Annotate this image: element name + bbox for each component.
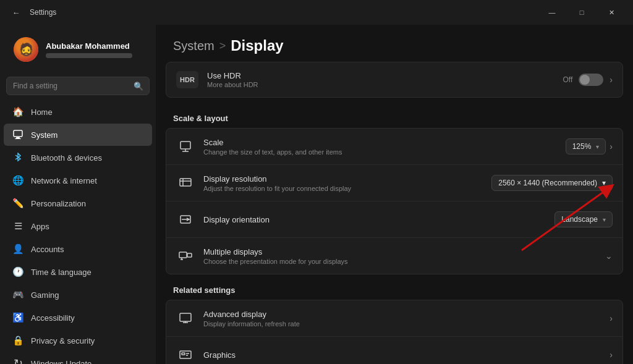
- multiple-displays-label: Multiple displays: [203, 247, 597, 256]
- advanced-display-text: Advanced display Display information, re…: [203, 310, 601, 328]
- gaming-icon: 🎮: [12, 289, 23, 300]
- user-profile[interactable]: 🧔 Abubakar Mohammed: [5, 27, 151, 72]
- advanced-display-control: ›: [610, 313, 613, 323]
- sidebar-item-personalization[interactable]: ✏️ Personalization: [4, 192, 152, 214]
- graphics-row: Graphics ›: [166, 337, 622, 364]
- orientation-dropdown[interactable]: Landscape ▾: [554, 211, 613, 227]
- svg-rect-15: [180, 313, 191, 321]
- scale-dropdown[interactable]: 125% ▾: [566, 138, 606, 154]
- sidebar-item-privacy[interactable]: 🔒 Privacy & security: [4, 329, 152, 352]
- user-name: Abubakar Mohammed: [46, 41, 132, 51]
- scale-chevron-icon[interactable]: ›: [610, 142, 613, 151]
- sidebar-item-accessibility[interactable]: ♿ Accessibility: [4, 307, 152, 329]
- time-icon: 🕐: [12, 266, 23, 277]
- multiple-displays-expand-icon[interactable]: ⌄: [605, 251, 613, 261]
- content-inner: System > Display HDR Use HDR More about …: [156, 25, 633, 364]
- sidebar-item-label: Gaming: [31, 290, 59, 300]
- resolution-desc: Adjust the resolution to fit your connec…: [203, 185, 483, 192]
- scale-caret-icon: ▾: [596, 143, 599, 150]
- hdr-right: Off ›: [563, 74, 613, 86]
- svg-rect-19: [182, 353, 185, 355]
- user-subtitle: [46, 53, 132, 58]
- window-controls: — □ ✕: [538, 3, 626, 22]
- breadcrumb-parent[interactable]: System: [173, 39, 215, 53]
- advanced-display-row: Advanced display Display information, re…: [166, 300, 622, 337]
- sidebar-item-system[interactable]: System: [4, 124, 152, 146]
- scale-section-header: Scale & layout: [156, 108, 633, 128]
- orientation-caret-icon: ▾: [603, 216, 606, 223]
- sidebar-item-apps[interactable]: ☰ Apps: [4, 215, 152, 237]
- sidebar-item-network[interactable]: 🌐 Network & internet: [4, 169, 152, 192]
- scale-text: Scale Change the size of text, apps, and…: [203, 138, 557, 156]
- resolution-label: Display resolution: [203, 174, 483, 184]
- hdr-title: Use HDR: [207, 71, 554, 80]
- scale-value: 125%: [572, 142, 592, 151]
- close-button[interactable]: ✕: [597, 3, 626, 22]
- scale-desc: Change the size of text, apps, and other…: [203, 148, 557, 156]
- sidebar-item-label: Bluetooth & devices: [31, 153, 102, 163]
- resolution-caret-icon: ▾: [602, 179, 606, 187]
- sidebar-item-time[interactable]: 🕐 Time & language: [4, 261, 152, 283]
- minimize-button[interactable]: —: [538, 3, 566, 22]
- hdr-chevron-icon[interactable]: ›: [610, 75, 613, 85]
- resolution-row: Display resolution Adjust the resolution…: [166, 165, 622, 201]
- hdr-toggle-label: Off: [563, 75, 573, 84]
- sidebar-item-bluetooth[interactable]: Bluetooth & devices: [4, 146, 152, 169]
- resolution-value: 2560 × 1440 (Recommended): [498, 179, 597, 187]
- advanced-display-chevron-icon[interactable]: ›: [610, 313, 613, 323]
- scale-row: Scale Change the size of text, apps, and…: [166, 129, 622, 165]
- sidebar-item-gaming[interactable]: 🎮 Gaming: [4, 284, 152, 306]
- sidebar-item-update[interactable]: ↻ Windows Update: [4, 352, 152, 364]
- sidebar-item-label: Apps: [31, 222, 49, 231]
- advanced-display-label: Advanced display: [203, 310, 601, 319]
- personalization-icon: ✏️: [12, 198, 23, 209]
- resolution-icon: [176, 174, 195, 192]
- graphics-chevron-icon[interactable]: ›: [610, 350, 613, 360]
- app-title: Settings: [30, 8, 56, 17]
- title-bar-left: ← Settings: [7, 4, 538, 21]
- orientation-icon: [176, 210, 195, 229]
- scale-label: Scale: [203, 138, 557, 147]
- svg-rect-2: [15, 138, 21, 139]
- system-icon: [12, 129, 23, 140]
- advanced-display-desc: Display information, refresh rate: [203, 320, 601, 328]
- app-layout: 🧔 Abubakar Mohammed 🔍 🏠 Home: [0, 25, 633, 364]
- graphics-control: ›: [610, 350, 613, 360]
- graphics-label: Graphics: [203, 350, 601, 360]
- hdr-subtitle: More about HDR: [207, 81, 554, 88]
- advanced-display-icon: [176, 309, 195, 328]
- breadcrumb: System > Display: [156, 25, 633, 62]
- orientation-label: Display orientation: [203, 215, 546, 224]
- graphics-text: Graphics: [203, 350, 601, 360]
- network-icon: 🌐: [12, 175, 23, 186]
- sidebar-item-label: Accessibility: [31, 313, 75, 323]
- privacy-icon: 🔒: [12, 335, 23, 346]
- orientation-row: Display orientation Landscape ▾: [166, 201, 622, 238]
- search-box: 🔍: [6, 77, 150, 95]
- hdr-toggle[interactable]: [579, 74, 603, 86]
- user-info: Abubakar Mohammed: [46, 41, 132, 58]
- search-input[interactable]: [6, 77, 150, 95]
- multiple-displays-text: Multiple displays Choose the presentatio…: [203, 247, 597, 265]
- related-section-header: Related settings: [156, 279, 633, 300]
- hdr-icon: HDR: [176, 71, 198, 88]
- bluetooth-icon: [12, 152, 23, 163]
- back-button[interactable]: ←: [7, 4, 25, 21]
- apps-icon: ☰: [12, 221, 23, 232]
- scale-icon: [176, 137, 195, 156]
- multiple-displays-icon: [176, 247, 195, 265]
- resolution-control: 2560 × 1440 (Recommended) ▾: [491, 175, 613, 191]
- sidebar-item-accounts[interactable]: 👤 Accounts: [4, 238, 152, 260]
- svg-rect-6: [180, 179, 191, 186]
- hdr-text: Use HDR More about HDR: [207, 71, 554, 88]
- maximize-button[interactable]: □: [567, 3, 596, 22]
- avatar-image: 🧔: [14, 37, 38, 62]
- scale-layout-group: Scale Change the size of text, apps, and…: [166, 128, 623, 274]
- breadcrumb-separator: >: [219, 40, 226, 53]
- svg-rect-11: [179, 252, 187, 258]
- resolution-dropdown[interactable]: 2560 × 1440 (Recommended) ▾: [491, 175, 613, 191]
- sidebar: 🧔 Abubakar Mohammed 🔍 🏠 Home: [0, 25, 156, 364]
- sidebar-item-home[interactable]: 🏠 Home: [4, 101, 152, 123]
- sidebar-item-label: Home: [31, 108, 53, 117]
- nav-list: 🏠 Home System B: [0, 100, 156, 364]
